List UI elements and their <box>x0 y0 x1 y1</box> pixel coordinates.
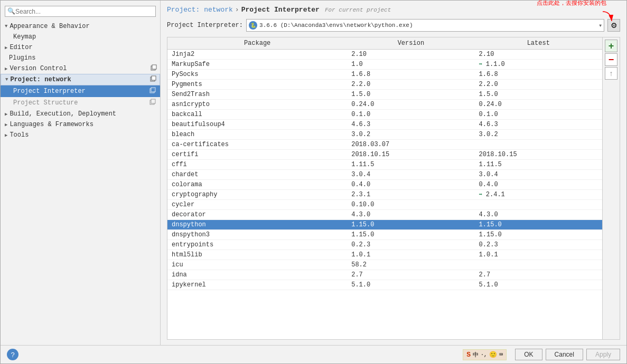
package-latest <box>475 140 602 150</box>
table-row[interactable]: backcall0.1.00.1.0 <box>167 110 602 120</box>
table-row[interactable]: cryptography2.3.1➡ 2.4.1 <box>167 190 602 200</box>
sidebar-item-languages-frameworks[interactable]: ▶ Languages & Frameworks <box>1 119 160 130</box>
sidebar-item-label: Plugins <box>9 54 35 62</box>
sidebar-item-project-interpreter[interactable]: Project Interpreter <box>1 85 160 97</box>
package-name: bleach <box>167 130 347 140</box>
sidebar-item-editor[interactable]: ▶ Editor <box>1 42 160 53</box>
package-latest: 0.24.0 <box>475 100 602 110</box>
breadcrumb-project[interactable]: Project: network <box>167 6 233 14</box>
package-version: 1.15.0 <box>347 230 474 240</box>
table-row[interactable]: idna2.72.7 <box>167 270 602 280</box>
sidebar-item-build-execution[interactable]: ▶ Build, Execution, Deployment <box>1 109 160 119</box>
table-row[interactable]: ca-certificates2018.03.07 <box>167 140 602 150</box>
up-package-button[interactable]: ↑ <box>605 67 617 80</box>
sidebar-item-label: Project: network <box>10 76 71 83</box>
table-row[interactable]: cffi1.11.51.11.5 <box>167 160 602 170</box>
cancel-button[interactable]: Cancel <box>546 349 583 360</box>
table-row[interactable]: Jinja22.102.10 <box>167 50 602 60</box>
package-version: 1.6.8 <box>347 70 474 80</box>
gear-button[interactable]: ⚙ <box>607 19 620 32</box>
sidebar-item-appearance-behavior[interactable]: ▼ Appearance & Behavior <box>1 21 160 32</box>
table-row[interactable]: Send2Trash1.5.01.5.0 <box>167 90 602 100</box>
table-action-buttons: + − ↑ <box>602 37 620 339</box>
svg-rect-7 <box>151 99 155 103</box>
ime-indicator: S 中 ·, 🙂 ⌨ <box>463 349 507 360</box>
table-row[interactable]: dnspython1.15.01.15.0 <box>167 220 602 230</box>
table-row[interactable]: certifi2018.10.152018.10.15 <box>167 150 602 160</box>
add-package-button[interactable]: + <box>605 40 617 52</box>
package-name: PySocks <box>167 70 347 80</box>
sidebar-item-project-network[interactable]: ▼ Project: network <box>1 74 160 85</box>
sidebar-item-project-structure[interactable]: Project Structure <box>1 97 160 109</box>
sidebar-item-keymap[interactable]: Keymap <box>1 32 160 42</box>
interpreter-select-dropdown[interactable]: 🐍 3.6.6 (D:\Anaconda3\envs\network\pytho… <box>246 19 604 32</box>
sidebar-item-label: Keymap <box>13 33 36 41</box>
package-version: 0.1.0 <box>347 110 474 120</box>
table-row[interactable]: html5lib1.0.11.0.1 <box>167 250 602 260</box>
expand-icon: ▶ <box>5 66 7 72</box>
ime-period: ·, <box>481 352 487 358</box>
package-latest: 1.5.0 <box>475 90 602 100</box>
main-content: Project: network › Project Interpreter F… <box>161 1 626 345</box>
sidebar-search-input[interactable] <box>15 8 153 15</box>
expand-icon: ▶ <box>5 132 7 138</box>
package-latest: 2018.10.15 <box>475 150 602 160</box>
package-name: chardet <box>167 170 347 180</box>
package-latest: 0.2.3 <box>475 240 602 250</box>
svg-rect-1 <box>152 65 156 69</box>
breadcrumb-for-current: For current project <box>325 7 391 13</box>
package-name: Pygments <box>167 80 347 90</box>
expand-icon: ▶ <box>5 122 7 128</box>
table-row[interactable]: asn1crypto0.24.00.24.0 <box>167 100 602 110</box>
footer-left: ? <box>7 349 18 360</box>
ime-keyboard: ⌨ <box>499 351 503 359</box>
apply-button[interactable]: Apply <box>586 349 620 360</box>
package-latest: ➡ 1.1.0 <box>475 60 602 70</box>
table-row[interactable]: bleach3.0.23.0.2 <box>167 130 602 140</box>
package-name: beautifulsoup4 <box>167 120 347 130</box>
python-icon: 🐍 <box>249 21 257 30</box>
ok-button[interactable]: OK <box>515 349 542 360</box>
package-version: 2.10 <box>347 50 474 60</box>
package-name: ca-certificates <box>167 140 347 150</box>
table-row[interactable]: cycler0.10.0 <box>167 200 602 210</box>
package-latest: 0.4.0 <box>475 180 602 190</box>
package-name: ipykernel <box>167 280 347 290</box>
package-version: 0.24.0 <box>347 100 474 110</box>
table-row[interactable]: PySocks1.6.81.6.8 <box>167 70 602 80</box>
package-latest: 1.6.8 <box>475 70 602 80</box>
breadcrumb-current: Project Interpreter <box>241 6 320 14</box>
package-latest: 3.0.4 <box>475 170 602 180</box>
sidebar-item-label: Project Interpreter <box>13 88 86 95</box>
sidebar-search-box[interactable]: 🔍 <box>5 6 156 17</box>
expand-icon: ▶ <box>5 111 7 117</box>
table-row[interactable]: icu58.2 <box>167 260 602 270</box>
table-row[interactable]: entrypoints0.2.30.2.3 <box>167 240 602 250</box>
help-button[interactable]: ? <box>7 349 18 360</box>
chevron-down-icon: ▼ <box>599 23 602 28</box>
remove-package-button[interactable]: − <box>605 53 617 66</box>
table-row[interactable]: ipykernel5.1.05.1.0 <box>167 280 602 290</box>
sidebar-item-plugins[interactable]: Plugins <box>1 53 160 63</box>
svg-rect-3 <box>152 76 156 80</box>
table-row[interactable]: colorama0.4.00.4.0 <box>167 180 602 190</box>
expand-icon: ▼ <box>5 24 7 29</box>
table-row[interactable]: dnspython31.15.01.15.0 <box>167 230 602 240</box>
table-row[interactable]: chardet3.0.43.0.4 <box>167 170 602 180</box>
table-row[interactable]: Pygments2.2.02.2.0 <box>167 80 602 90</box>
sidebar-item-tools[interactable]: ▶ Tools <box>1 130 160 140</box>
table-row[interactable]: MarkupSafe1.0➡ 1.1.0 <box>167 60 602 70</box>
package-version: 1.5.0 <box>347 90 474 100</box>
package-version: 2.3.1 <box>347 190 474 200</box>
package-version: 5.1.0 <box>347 280 474 290</box>
sidebar-item-label: Project Structure <box>13 99 78 107</box>
upgrade-arrow-icon: ➡ <box>479 61 486 68</box>
table-row[interactable]: decorator4.3.04.3.0 <box>167 210 602 220</box>
svg-rect-5 <box>151 88 155 92</box>
table-wrapper: Package Version Latest Jinja22.102.10Mar… <box>167 37 602 339</box>
package-latest: 4.3.0 <box>475 210 602 220</box>
col-package: Package <box>167 37 347 50</box>
table-row[interactable]: beautifulsoup44.6.34.6.3 <box>167 120 602 130</box>
sidebar-item-version-control[interactable]: ▶ Version Control <box>1 63 160 74</box>
package-latest: 4.6.3 <box>475 120 602 130</box>
